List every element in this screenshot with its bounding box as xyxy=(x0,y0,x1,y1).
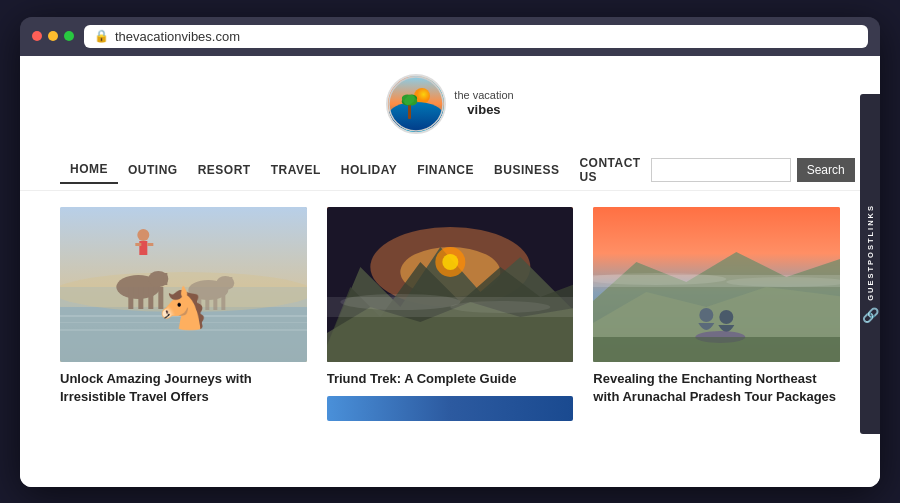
horses-svg xyxy=(60,207,307,362)
browser-chrome: 🔒 thevacationvibes.com xyxy=(20,17,880,56)
content-area: Unlock Amazing Journeys with Irresistibl… xyxy=(20,191,880,437)
url-text: thevacationvibes.com xyxy=(115,29,240,44)
svg-rect-22 xyxy=(147,243,153,246)
svg-rect-15 xyxy=(148,287,153,309)
nav-item-outing[interactable]: OUTING xyxy=(118,157,188,183)
svg-rect-25 xyxy=(205,290,209,310)
svg-rect-18 xyxy=(163,273,167,285)
svg-rect-24 xyxy=(197,290,201,310)
guestpostlinks-icon: 🔗 xyxy=(862,307,879,323)
nav-item-holiday[interactable]: HOLIDAY xyxy=(331,157,407,183)
svg-point-51 xyxy=(720,310,734,324)
lock-icon: 🔒 xyxy=(94,29,109,43)
logo-name: the vacation vibes xyxy=(454,89,513,118)
article-title-trek[interactable]: Triund Trek: A Complete Guide xyxy=(327,370,574,388)
nav-item-home[interactable]: HOME xyxy=(60,156,118,184)
article-title-horses[interactable]: Unlock Amazing Journeys with Irresistibl… xyxy=(60,370,307,406)
nav-item-business[interactable]: BUSINESS xyxy=(484,157,569,183)
close-button[interactable] xyxy=(32,31,42,41)
nav-item-resort[interactable]: RESORT xyxy=(188,157,261,183)
svg-rect-53 xyxy=(593,337,840,362)
svg-rect-29 xyxy=(229,277,232,288)
nav-item-travel[interactable]: TRAVEL xyxy=(261,157,331,183)
maximize-button[interactable] xyxy=(64,31,74,41)
svg-rect-13 xyxy=(128,287,133,309)
nav-area: HOME OUTING RESORT TRAVEL HOLIDAY FINANC… xyxy=(60,144,840,190)
svg-rect-31 xyxy=(60,322,307,323)
minimize-button[interactable] xyxy=(48,31,58,41)
browser-content: the vacation vibes HOME OUTING RESORT TR… xyxy=(20,56,880,487)
article-image-trek xyxy=(327,207,574,362)
svg-rect-32 xyxy=(60,329,307,331)
website: the vacation vibes HOME OUTING RESORT TR… xyxy=(20,56,880,487)
article-title-arunachal[interactable]: Revealing the Enchanting Northeast with … xyxy=(593,370,840,406)
svg-rect-14 xyxy=(138,287,143,309)
nav-item-finance[interactable]: FINANCE xyxy=(407,157,484,183)
site-header: the vacation vibes HOME OUTING RESORT TR… xyxy=(20,56,880,191)
search-button[interactable]: Search xyxy=(797,158,855,182)
traffic-lights xyxy=(32,31,74,41)
nav-item-contact[interactable]: CONTACT US xyxy=(569,150,650,190)
trek-svg xyxy=(327,207,574,362)
logo-area: the vacation vibes xyxy=(60,66,840,144)
article-card-horses: Unlock Amazing Journeys with Irresistibl… xyxy=(60,207,307,421)
article-card-trek: Triund Trek: A Complete Guide xyxy=(327,207,574,421)
svg-rect-16 xyxy=(158,287,163,309)
svg-rect-26 xyxy=(213,290,217,310)
search-input[interactable] xyxy=(651,158,791,182)
nav-links: HOME OUTING RESORT TRAVEL HOLIDAY FINANC… xyxy=(60,150,651,190)
logo-svg xyxy=(388,76,444,132)
svg-point-40 xyxy=(340,294,460,310)
guestpostlinks-sidebar[interactable]: GUESTPOSTLINKS 🔗 xyxy=(860,94,880,434)
svg-rect-21 xyxy=(135,243,141,246)
logo-wrapper: the vacation vibes xyxy=(386,74,513,134)
nav-search: Search xyxy=(651,158,855,182)
svg-point-41 xyxy=(450,301,550,313)
address-bar[interactable]: 🔒 thevacationvibes.com xyxy=(84,25,868,48)
article-card-arunachal: Revealing the Enchanting Northeast with … xyxy=(593,207,840,421)
svg-point-50 xyxy=(700,308,714,322)
svg-point-2 xyxy=(388,102,444,130)
browser-window: 🔒 thevacationvibes.com xyxy=(20,17,880,487)
guestpostlinks-label: GUESTPOSTLINKS xyxy=(866,204,875,301)
svg-rect-27 xyxy=(221,290,225,310)
svg-point-43 xyxy=(442,254,458,270)
svg-point-11 xyxy=(60,272,307,312)
article-image-arunachal xyxy=(593,207,840,362)
arunachal-svg xyxy=(593,207,840,362)
article-partial-bar xyxy=(327,396,574,421)
article-image-horses xyxy=(60,207,307,362)
site-logo[interactable] xyxy=(386,74,446,134)
logo-text: the vacation vibes xyxy=(454,89,513,118)
svg-point-19 xyxy=(137,229,149,241)
svg-rect-30 xyxy=(60,315,307,317)
